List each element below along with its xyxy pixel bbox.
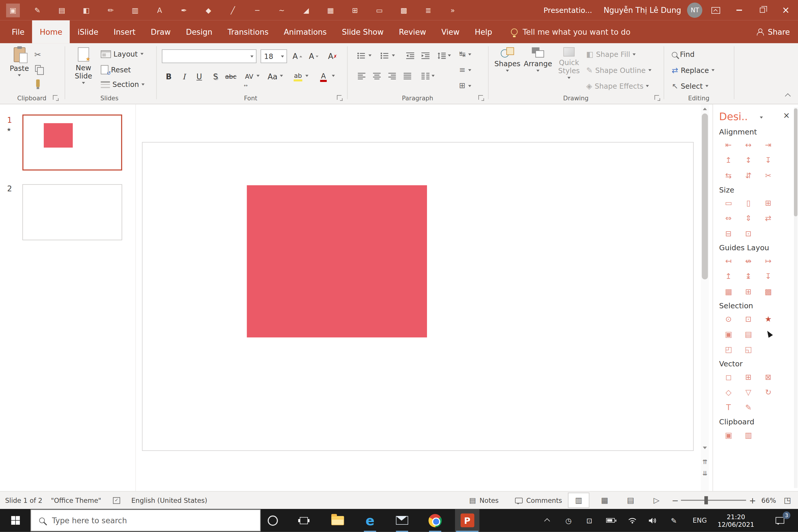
guide-left-icon[interactable]: ↤ — [723, 255, 734, 266]
shapes-dropdown-icon[interactable] — [506, 70, 509, 72]
select-object-icon[interactable]: ⊙ — [723, 314, 734, 324]
scroll-down-button[interactable] — [701, 443, 709, 452]
eyedropper-icon[interactable]: ◢ — [299, 3, 313, 17]
tab-file[interactable]: File — [4, 20, 32, 43]
guide-margins-icon[interactable]: ▦ — [723, 286, 734, 297]
zoom-out-button[interactable] — [672, 492, 679, 509]
vector-shape-icon[interactable]: ◻ — [723, 372, 734, 382]
columns-button[interactable] — [419, 70, 432, 82]
decrease-indent-button[interactable] — [404, 49, 416, 61]
shape-combine-icon[interactable]: ◧ — [79, 3, 93, 17]
same-width-icon[interactable]: ▭ — [723, 197, 734, 208]
select-back-icon[interactable]: ▤ — [743, 329, 754, 340]
text-direction-button[interactable] — [459, 51, 471, 58]
new-slide-dropdown-icon[interactable] — [82, 82, 85, 84]
tab-islide[interactable]: iSlide — [70, 20, 106, 43]
vector-rotate-icon[interactable]: ↻ — [763, 387, 774, 398]
line-spacing-dropdown-icon[interactable] — [448, 55, 451, 57]
vector-pen-icon[interactable]: ✎ — [743, 402, 754, 413]
guide-top-icon[interactable]: ↥ — [723, 271, 734, 282]
pointer-icon[interactable]: ➤ — [763, 329, 774, 340]
cortana-button[interactable] — [261, 509, 285, 532]
taskbar-search[interactable] — [31, 510, 261, 531]
clock-tray-icon[interactable] — [559, 509, 578, 532]
align-middle-icon[interactable]: ↕ — [743, 155, 754, 165]
guide-right-icon[interactable]: ↦ — [763, 255, 774, 266]
select-button[interactable]: Select — [672, 82, 708, 90]
bullets-dropdown-icon[interactable] — [368, 55, 371, 57]
text-highlight-button[interactable]: ab — [291, 70, 305, 83]
avatar[interactable]: NT — [687, 3, 702, 18]
underline-button[interactable]: U — [192, 70, 206, 83]
apps-grid-icon[interactable]: ▩ — [397, 3, 411, 17]
screen-size-icon[interactable]: ▭ — [373, 3, 386, 17]
format-painter-icon[interactable]: ▥ — [128, 3, 142, 17]
clipboard-dialog-launcher[interactable] — [53, 95, 57, 100]
collapse-ribbon-button[interactable] — [782, 90, 794, 102]
tab-transitions[interactable]: Transitions — [220, 20, 276, 43]
bold-button[interactable]: B — [162, 70, 176, 83]
fit-to-window-button[interactable] — [784, 492, 791, 509]
guide-center-icon[interactable]: ↮ — [743, 255, 754, 266]
panel-dropdown-icon[interactable] — [760, 117, 763, 119]
reading-view-button[interactable] — [620, 493, 641, 508]
clock[interactable]: 21:20 12/06/2021 — [712, 509, 760, 532]
align-left-button[interactable] — [355, 70, 367, 82]
replace-button[interactable]: Replace — [672, 66, 715, 74]
chrome-button[interactable] — [423, 509, 448, 532]
font-style-icon[interactable]: A — [153, 3, 166, 17]
align-bottom-icon[interactable]: ↧ — [763, 155, 774, 165]
select-front-icon[interactable]: ▣ — [723, 329, 734, 340]
ruler-icon[interactable]: ─ — [250, 3, 264, 17]
slideshow-view-button[interactable] — [646, 493, 667, 508]
battery-tray-icon[interactable] — [601, 509, 620, 532]
columns-dropdown-icon[interactable] — [432, 75, 435, 77]
line-spacing-button[interactable] — [436, 49, 448, 61]
vector-combine-icon[interactable]: ⊞ — [743, 372, 754, 382]
slide-canvas[interactable] — [142, 142, 694, 451]
tell-me-box[interactable]: Tell me what you want to do — [511, 20, 630, 43]
paste-button[interactable]: Paste — [6, 47, 33, 76]
ink-pen-icon[interactable]: ✏ — [104, 3, 117, 17]
increase-font-size-button[interactable]: A — [291, 49, 305, 63]
same-height-icon[interactable]: ▯ — [743, 197, 754, 208]
increase-indent-button[interactable] — [419, 49, 432, 61]
distribute-vertical-icon[interactable]: ⇵ — [743, 170, 754, 181]
volume-tray-icon[interactable] — [643, 509, 662, 532]
font-size-dropdown-icon[interactable] — [281, 55, 284, 57]
mail-button[interactable] — [390, 509, 415, 532]
more-commands-icon[interactable]: » — [446, 3, 460, 17]
grid-table-icon[interactable]: ⊞ — [348, 3, 362, 17]
panel-scrollbar-thumb[interactable] — [794, 109, 797, 216]
pen-tools-icon[interactable]: ✎ — [31, 3, 44, 17]
search-input[interactable] — [52, 516, 260, 525]
canvas-scrollbar[interactable] — [701, 104, 709, 491]
numbering-button[interactable] — [379, 49, 391, 61]
normal-view-button[interactable] — [568, 493, 589, 508]
task-view-button[interactable] — [292, 509, 316, 532]
zoom-slider-thumb[interactable] — [704, 496, 708, 504]
tab-insert[interactable]: Insert — [106, 20, 143, 43]
vector-cut-icon[interactable]: ⊠ — [763, 372, 774, 382]
change-case-button[interactable]: Aa — [266, 70, 280, 83]
file-explorer-button[interactable] — [325, 509, 350, 532]
layers-icon[interactable]: ≣ — [421, 3, 435, 17]
tab-review[interactable]: Review — [391, 20, 434, 43]
swap-size-icon[interactable]: ⇄ — [763, 213, 774, 223]
text-pen-icon[interactable]: ✒ — [177, 3, 191, 17]
powerpoint-button[interactable] — [455, 509, 479, 532]
arrange-dropdown-icon[interactable] — [536, 70, 539, 72]
italic-button[interactable]: I — [177, 70, 191, 83]
fill-color-icon[interactable]: ◆ — [202, 3, 215, 17]
find-button[interactable]: Find — [672, 51, 695, 59]
text-shadow-button[interactable]: S — [209, 70, 222, 83]
highlight-dropdown-icon[interactable] — [305, 75, 308, 77]
clip-copy-icon[interactable]: ▣ — [723, 430, 734, 440]
guide-middle-icon[interactable]: ↨ — [743, 271, 754, 282]
slide-icon[interactable]: ▣ — [6, 3, 20, 17]
align-text-button[interactable] — [459, 66, 471, 74]
character-spacing-button[interactable]: AV — [242, 70, 256, 83]
select-inverse-icon[interactable]: ◰ — [723, 344, 734, 355]
bullets-button[interactable] — [355, 49, 367, 61]
start-button[interactable] — [3, 509, 27, 532]
